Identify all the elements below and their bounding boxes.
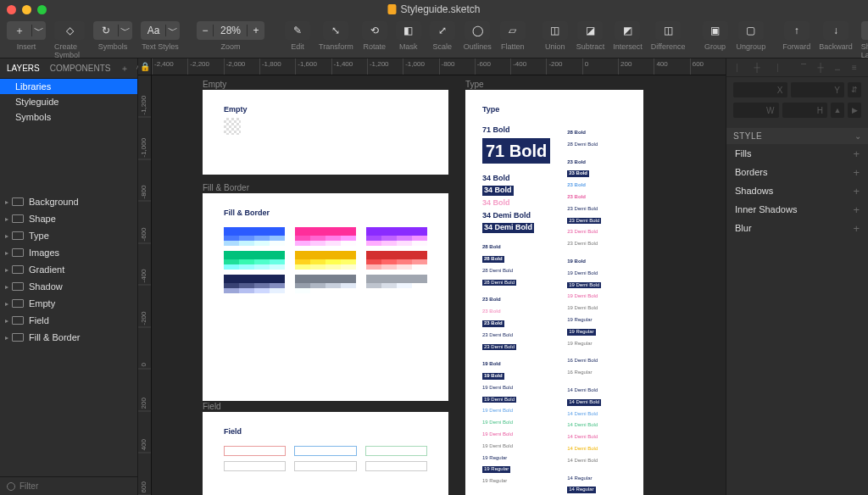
transform-button[interactable]: ⤡: [323, 21, 348, 40]
add-inner-shadow-icon[interactable]: +: [853, 203, 860, 216]
insert-button[interactable]: ＋: [7, 21, 32, 40]
intersect-button[interactable]: ◩: [615, 21, 640, 40]
ruler-vertical: -1,200-1,000-800-600-400-2000200400600: [138, 75, 152, 495]
subtract-button[interactable]: ◪: [577, 21, 603, 40]
align-top-icon[interactable]: ⎺: [797, 62, 810, 74]
rotate-label: Rotate: [363, 42, 386, 51]
ruler-lock-icon[interactable]: 🔒: [138, 58, 152, 75]
align-right-icon[interactable]: ⎹: [767, 62, 781, 74]
group-button[interactable]: ▣: [703, 21, 728, 40]
artboard-fill-border[interactable]: Fill & Border: [203, 193, 448, 401]
add-shadow-icon[interactable]: +: [853, 185, 860, 197]
layer-shape[interactable]: ▸Shape: [0, 211, 137, 226]
mask-label: Mask: [399, 42, 418, 51]
group-label: Group: [704, 42, 726, 51]
fills-row[interactable]: Fills+: [726, 144, 868, 163]
borders-row[interactable]: Borders+: [726, 163, 868, 181]
minimize-window[interactable]: [22, 5, 31, 14]
page-symbols[interactable]: Symbols: [0, 109, 137, 125]
backward-button[interactable]: ↓: [823, 21, 849, 40]
zoom-window[interactable]: [37, 5, 47, 14]
tab-layers[interactable]: LAYERS: [7, 64, 40, 73]
page-libraries[interactable]: Libraries: [0, 79, 137, 94]
artboard-field[interactable]: Field: [203, 412, 448, 495]
add-border-icon[interactable]: +: [853, 166, 860, 179]
show-layout-label: Show Layout: [861, 42, 868, 59]
blur-row[interactable]: Blur+: [726, 219, 868, 237]
layer-gradient[interactable]: ▸Gradient: [0, 262, 137, 277]
layer-images[interactable]: ▸Images: [0, 245, 137, 260]
inner-shadows-row[interactable]: Inner Shadows+: [726, 200, 868, 219]
artboard-empty[interactable]: Empty: [203, 90, 448, 175]
difference-button[interactable]: ◫: [655, 21, 681, 40]
create-symbol-button[interactable]: ◇: [54, 21, 85, 40]
union-label: Union: [545, 42, 565, 51]
text-styles-dropdown[interactable]: ﹀: [166, 21, 180, 40]
flip-v-icon[interactable]: ▶: [848, 103, 861, 118]
layer-empty[interactable]: ▸Empty: [0, 296, 137, 311]
layer-background[interactable]: ▸Background: [0, 194, 137, 209]
flatten-label: Flatten: [501, 42, 525, 51]
tab-components[interactable]: COMPONENTS: [50, 64, 111, 73]
field-title: Field: [224, 427, 427, 436]
layer-field[interactable]: ▸Field: [0, 313, 137, 328]
h-field[interactable]: H: [782, 103, 828, 118]
flatten-button[interactable]: ▱: [500, 21, 526, 40]
zoom-in-button[interactable]: +: [248, 21, 264, 40]
shadows-row[interactable]: Shadows+: [726, 181, 868, 200]
artboard-label-type[interactable]: Type: [465, 80, 484, 89]
filter-settings-icon[interactable]: [7, 482, 15, 491]
symbols-button[interactable]: ↻: [93, 21, 119, 40]
page-styleguide[interactable]: Styleguide: [0, 94, 137, 109]
x-field[interactable]: X: [733, 82, 787, 97]
add-blur-icon[interactable]: +: [853, 222, 860, 235]
add-fill-icon[interactable]: +: [853, 147, 860, 160]
canvas[interactable]: Empty Empty Fill & Border Fill & Border …: [152, 75, 726, 495]
artboard-label-fill-border[interactable]: Fill & Border: [203, 183, 249, 192]
subtract-label: Subtract: [576, 42, 605, 51]
outlines-button[interactable]: ◯: [465, 21, 490, 40]
symbols-dropdown[interactable]: ﹀: [119, 21, 132, 40]
close-window[interactable]: [7, 5, 16, 14]
create-symbol-label: Create Symbol: [54, 42, 85, 59]
scale-button[interactable]: ⤢: [430, 21, 455, 40]
zoom-out-button[interactable]: −: [197, 21, 214, 40]
add-page-icon[interactable]: ＋: [120, 63, 129, 75]
layer-shadow[interactable]: ▸Shadow: [0, 279, 137, 294]
chevron-down-icon: ⌄: [854, 131, 862, 141]
style-section[interactable]: STYLE⌄: [726, 128, 868, 144]
lock-position-icon[interactable]: ⇵: [848, 82, 861, 97]
rotate-button[interactable]: ⟲: [362, 21, 387, 40]
show-layout-button[interactable]: ▥: [861, 21, 868, 40]
align-center-v-icon[interactable]: ┼: [814, 62, 827, 74]
layer-type[interactable]: ▸Type: [0, 228, 137, 243]
y-field[interactable]: Y: [791, 82, 845, 97]
zoom-value[interactable]: 28%: [214, 21, 248, 40]
w-field[interactable]: W: [733, 103, 779, 118]
artboard-type[interactable]: Type 71 Bold71 Bold34 Bold34 Bold34 Bold…: [465, 90, 643, 495]
mask-button[interactable]: ◧: [396, 21, 421, 40]
distribute-icon[interactable]: ≡: [848, 62, 861, 74]
alignment-controls: ⎸ ┼ ⎹ ⎺ ┼ ⎽ ≡: [726, 58, 868, 77]
layer-fill-border[interactable]: ▸Fill & Border: [0, 330, 137, 345]
align-bottom-icon[interactable]: ⎽: [831, 62, 844, 74]
ungroup-button[interactable]: ▢: [738, 21, 764, 40]
align-left-icon[interactable]: ⎸: [733, 62, 747, 74]
artboard-label-empty[interactable]: Empty: [203, 80, 226, 89]
transform-label: Transform: [319, 42, 353, 51]
edit-button[interactable]: ✎: [285, 21, 310, 40]
flip-h-icon[interactable]: ▲: [831, 103, 844, 118]
difference-label: Difference: [651, 42, 686, 51]
forward-button[interactable]: ↑: [784, 21, 810, 40]
union-button[interactable]: ◫: [542, 21, 568, 40]
insert-dropdown[interactable]: ﹀: [32, 21, 46, 40]
align-center-h-icon[interactable]: ┼: [750, 62, 764, 74]
symbols-label: Symbols: [98, 42, 128, 51]
toolbar: ＋ ﹀ Insert ◇ Create Symbol ↻ ﹀ Symbols A…: [0, 19, 868, 58]
artboard-label-field[interactable]: Field: [203, 402, 221, 411]
filter-bar[interactable]: Filter: [0, 476, 137, 495]
titlebar: Styleguide.sketch: [0, 0, 868, 19]
canvas-area: 🔒 -2,400-2,200-2,000-1,800-1,600-1,400-1…: [138, 58, 726, 495]
intersect-label: Intersect: [613, 42, 643, 51]
text-styles-button[interactable]: Aa: [141, 21, 166, 40]
